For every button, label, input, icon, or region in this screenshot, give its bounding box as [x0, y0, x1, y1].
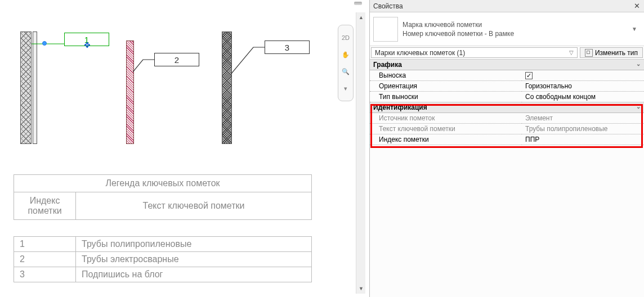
properties-title: Свойства — [373, 2, 403, 10]
instance-filter-label: Марки ключевых пометок (1) — [375, 49, 465, 57]
chevron-down-icon: ▽ — [569, 50, 574, 56]
prop-leader-label: Выноска — [370, 70, 522, 81]
instance-filter-dropdown[interactable]: Марки ключевых пометок (1) ▽ — [371, 47, 578, 58]
move-icon: ✥ — [84, 41, 91, 49]
leader-line — [133, 58, 155, 72]
wall-layer-1 — [20, 32, 32, 144]
legend-title: Легенда ключевых пометок — [14, 175, 312, 192]
canvas-scrollbar[interactable]: ▲ ▼ — [356, 12, 365, 294]
tag-value: 3 — [285, 43, 289, 52]
group-identification[interactable]: Идентификация⌄ — [370, 102, 644, 113]
prop-leader-type-label: Тип выноски — [370, 92, 522, 102]
prop-leader-type-value[interactable]: Со свободным концом — [522, 92, 644, 102]
nav-2d-icon[interactable]: 2D — [339, 30, 352, 46]
wall-layer-1b — [33, 32, 37, 144]
prop-source-label: Источник пометок — [370, 113, 522, 124]
keynote-tag-1[interactable]: 1 ✥ — [64, 33, 109, 46]
prop-keynote-text-value: Трубы полипропиленовые — [522, 124, 644, 134]
scroll-down-icon[interactable]: ▼ — [356, 284, 366, 294]
edit-type-icon — [585, 49, 593, 57]
type-family-label: Марка ключевой пометки — [402, 20, 514, 29]
type-thumbnail-icon — [373, 17, 398, 42]
leader-endpoint-handle[interactable] — [42, 41, 47, 46]
prop-keynote-index-value[interactable]: ППР — [522, 134, 644, 145]
table-row: 1Трубы полипропиленовые — [14, 237, 312, 252]
leader-line — [231, 46, 266, 74]
properties-panel: Свойства ✕ Марка ключевой пометки Номер … — [369, 0, 644, 297]
chevron-down-icon[interactable]: ▼ — [632, 26, 641, 32]
type-selector[interactable]: Марка ключевой пометки Номер ключевой по… — [370, 12, 644, 46]
nav-hand-icon[interactable]: ✋ — [339, 47, 352, 62]
properties-grid: Графика⌄ Выноска ✓ Ориентация Горизонтал… — [370, 60, 644, 145]
nav-zoom-icon[interactable]: 🔍 — [339, 64, 352, 79]
legend-col-text: Текст ключевой пометки — [76, 192, 312, 220]
group-graphics[interactable]: Графика⌄ — [370, 60, 644, 70]
edit-type-label: Изменить тип — [595, 49, 638, 57]
panel-grip[interactable] — [0, 0, 365, 7]
legend-col-index: Индекс пометки — [14, 192, 76, 220]
keynote-legend-body: 1Трубы полипропиленовые 2Трубы электросв… — [14, 236, 312, 282]
keynote-tag-3[interactable]: 3 — [265, 40, 310, 54]
close-icon[interactable]: ✕ — [632, 1, 642, 10]
table-row: 2Трубы электросварные — [14, 252, 312, 267]
nav-expand-icon[interactable]: ▾ — [339, 80, 352, 96]
type-name-label: Номер ключевой пометки - В рамке — [402, 29, 514, 38]
prop-keynote-index-label: Индекс пометки — [370, 134, 522, 145]
tag-value: 2 — [175, 55, 179, 65]
collapse-icon[interactable]: ⌄ — [636, 61, 641, 67]
scroll-up-icon[interactable]: ▲ — [356, 12, 366, 22]
checkbox-checked-icon: ✓ — [525, 72, 533, 79]
prop-source-value: Элемент — [522, 113, 644, 124]
collapse-icon[interactable]: ⌄ — [636, 104, 641, 110]
prop-keynote-text-label: Текст ключевой пометки — [370, 124, 522, 134]
view-nav-toolbar: 2D ✋ 🔍 ▾ — [338, 25, 354, 101]
edit-type-button[interactable]: Изменить тип — [580, 47, 643, 58]
wall-layer-2 — [126, 40, 134, 144]
prop-orientation-value[interactable]: Горизонтально — [522, 81, 644, 92]
properties-header[interactable]: Свойства ✕ — [370, 0, 644, 12]
prop-leader-value[interactable]: ✓ — [522, 70, 644, 81]
table-row: 3Подпишись на блог — [14, 267, 312, 282]
model-canvas[interactable]: 1 ✥ 2 3 Легенда ключевых пометок Индекс … — [0, 0, 369, 297]
keynote-tag-2[interactable]: 2 — [154, 53, 199, 66]
prop-orientation-label: Ориентация — [370, 81, 522, 92]
keynote-legend-header: Легенда ключевых пометок Индекс пометки … — [14, 174, 312, 220]
